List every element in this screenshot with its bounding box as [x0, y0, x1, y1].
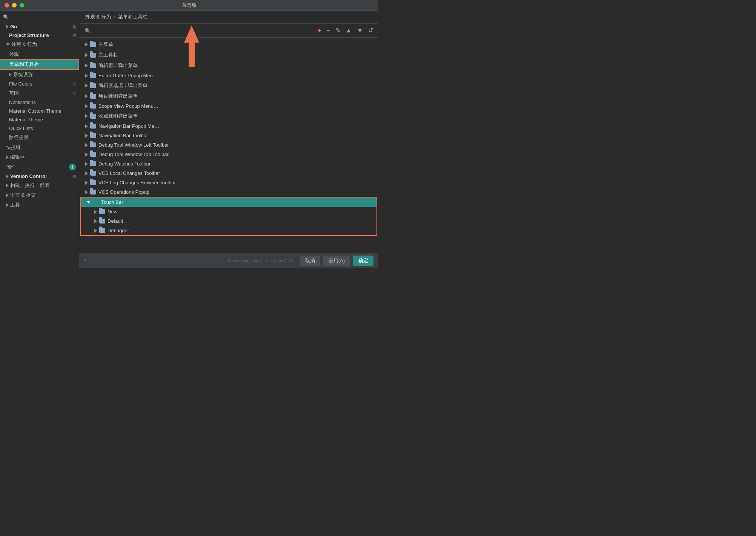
tree-item-debug-watches[interactable]: Debug Watches Toolbar [79, 159, 378, 168]
sidebar-item-system-settings[interactable]: 系统设置 [0, 70, 79, 80]
sidebar-item-label: 工具 [10, 202, 20, 208]
tree-item-nav-bar-toolbar[interactable]: Navigation Bar Toolbar [79, 131, 378, 140]
tree-item-label: 主菜单 [98, 41, 113, 48]
sidebar-item-project-structure[interactable]: Project Structure ⎘ [0, 31, 79, 40]
sidebar-item-keymap[interactable]: 快捷键 [0, 142, 79, 152]
folder-icon [90, 180, 96, 185]
tree-item-touch-bar-default[interactable]: Default [81, 216, 376, 226]
tree-item-label: Debugger [108, 228, 129, 233]
sidebar-item-go[interactable]: Go ⎘ [0, 22, 79, 31]
folder-icon [90, 161, 96, 166]
close-button[interactable] [5, 3, 9, 8]
sidebar-item-path-variables[interactable]: 路径变量 [0, 133, 79, 142]
tree-item-touch-bar-debugger[interactable]: Debugger [81, 226, 376, 235]
folder-icon [90, 133, 96, 138]
tree-item-touch-bar[interactable]: Touch Bar [81, 198, 376, 207]
folder-icon [99, 209, 105, 214]
sidebar-item-label: 系统设置 [13, 71, 33, 78]
sidebar-item-label: 外观 & 行为 [11, 41, 37, 48]
sidebar-item-label: Notifications [9, 100, 36, 105]
sidebar-item-label: 范围 [9, 90, 19, 96]
bottom-bar: ? https://blog.csdn.n…/…/xigang1108 取消 应… [79, 253, 378, 268]
tree-item-debug-left[interactable]: Debug Tool Window Left Toolbar [79, 140, 378, 150]
sidebar-item-label: 快捷键 [6, 144, 21, 151]
expand-icon [85, 114, 88, 118]
tree-item-project-view-popup[interactable]: 项目视图弹出菜单 [79, 91, 378, 101]
help-link[interactable]: ? [84, 259, 86, 263]
move-up-button[interactable]: ▲ [344, 26, 353, 35]
sidebar-item-editor[interactable]: 编辑器 [0, 152, 79, 162]
sidebar-item-label: Material Theme [9, 117, 43, 123]
sidebar-item-lang-frameworks[interactable]: 语言 & 框架 [0, 190, 79, 200]
tree-item-label: 主工具栏 [98, 52, 118, 58]
reset-button[interactable]: ↺ [366, 26, 375, 35]
remove-button[interactable]: − [325, 26, 332, 35]
sidebar-item-plugins[interactable]: 插件 1 [0, 162, 79, 172]
sidebar-item-label: Project Structure [9, 32, 49, 38]
tree-item-touch-bar-new[interactable]: New [81, 207, 376, 216]
titlebar: 首选项 [0, 0, 378, 11]
expand-icon [94, 219, 97, 223]
tree-item-editor-popup[interactable]: 编辑窗口弹出菜单 [79, 60, 378, 71]
edit-button[interactable]: ✎ [333, 26, 342, 35]
sidebar-item-material-theme[interactable]: Material Theme [0, 115, 79, 124]
tree-item-label: VCS Log Changes Browser Toolbar [98, 180, 176, 185]
sidebar-item-scope[interactable]: 范围 ⎘ [0, 88, 79, 98]
expand-icon [85, 84, 88, 87]
tree-item-favorites-popup[interactable]: 收藏视图弹出菜单 [79, 111, 378, 121]
expand-icon [85, 172, 88, 175]
sidebar-item-build[interactable]: 构建、执行、部署 [0, 181, 79, 190]
apply-button[interactable]: 应用(A) [323, 256, 350, 266]
sidebar-item-appearance[interactable]: 外观 [0, 49, 79, 59]
sidebar-item-version-control[interactable]: Version Control ⎘ [0, 172, 79, 181]
sidebar-search[interactable]: 🔍 [0, 12, 79, 22]
sidebar-item-tools[interactable]: 工具 [0, 200, 79, 210]
sidebar-item-notifications[interactable]: Notifications [0, 98, 79, 107]
tree-item-main-toolbar[interactable]: 主工具栏 [79, 50, 378, 60]
tree-item-label: Debug Watches Toolbar [98, 161, 151, 167]
folder-icon [90, 171, 96, 176]
expand-icon [6, 155, 9, 159]
tree-item-vcs-log[interactable]: VCS Log Changes Browser Toolbar [79, 178, 378, 187]
maximize-button[interactable] [20, 3, 24, 8]
copy-icon: ⎘ [73, 25, 76, 29]
sidebar-item-file-colors[interactable]: File Colors ⎘ [0, 80, 79, 88]
expand-icon [6, 184, 9, 187]
sidebar-item-label: 插件 [6, 164, 16, 170]
toolbar-search[interactable]: 🔍 [82, 27, 93, 34]
tree-item-label: VCS Operations Popup [98, 189, 149, 195]
folder-icon [90, 104, 96, 109]
search-icon: 🔍 [85, 28, 91, 34]
expand-icon [85, 94, 88, 98]
tree-item-editor-gutter-popup[interactable]: Editor Gutter Popup Men… [79, 71, 378, 80]
sidebar-item-menus-toolbars[interactable]: 菜单和工具栏 [0, 59, 79, 70]
tree-item-scope-view-popup[interactable]: Scope View Popup Menu… [79, 101, 378, 111]
minimize-button[interactable] [12, 3, 17, 8]
expand-icon [6, 175, 9, 178]
sidebar-item-material-custom-theme[interactable]: Material Custom Theme [0, 107, 79, 115]
tree-item-editor-tab-popup[interactable]: 编辑器选项卡弹出菜单 [79, 80, 378, 91]
folder-icon [99, 228, 105, 233]
expand-icon [94, 210, 97, 214]
sidebar-item-quick-lists[interactable]: Quick Lists [0, 124, 79, 133]
add-button[interactable]: + [315, 26, 323, 35]
tree-item-label: Touch Bar [101, 199, 123, 205]
tree-item-vcs-operations[interactable]: VCS Operations Popup [79, 187, 378, 197]
expand-icon [85, 134, 88, 138]
folder-icon [90, 142, 96, 147]
sidebar-item-appearance-behavior[interactable]: 外观 & 行为 [0, 40, 79, 49]
cancel-button[interactable]: 取消 [300, 256, 320, 266]
move-down-button[interactable]: ▼ [355, 26, 365, 35]
expand-icon [85, 74, 88, 78]
folder-icon [90, 63, 96, 68]
folder-icon [90, 114, 96, 119]
tree-item-nav-bar-popup[interactable]: Navigation Bar Popup Me… [79, 121, 378, 131]
tree-item-vcs-local[interactable]: VCS Local Changes Toolbar [79, 168, 378, 178]
tree-item-main-menu[interactable]: 主菜单 [79, 39, 378, 50]
tree-item-label: VCS Local Changes Toolbar [98, 170, 160, 176]
sidebar-item-label: File Colors [9, 81, 32, 87]
folder-icon [90, 83, 96, 88]
tree-item-debug-top[interactable]: Debug Tool Window Top Toolbar [79, 150, 378, 159]
ok-button[interactable]: 确定 [353, 256, 373, 266]
window-controls[interactable] [5, 3, 24, 8]
